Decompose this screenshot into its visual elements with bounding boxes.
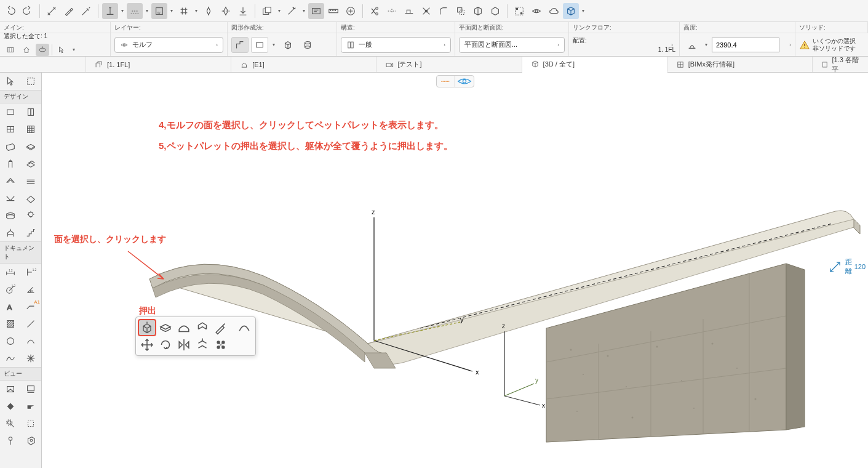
chevron-down-icon[interactable]: ▾ <box>144 3 150 19</box>
plan-section-dropdown[interactable]: 平面図と断面図... › <box>459 37 565 53</box>
arc-tool[interactable] <box>21 333 42 350</box>
chevron-down-icon[interactable]: ▾ <box>271 37 277 53</box>
chevron-down-icon[interactable]: ▾ <box>71 42 77 58</box>
window-tool[interactable] <box>0 121 21 138</box>
curtain-wall-tool[interactable] <box>0 207 21 224</box>
marquee-tool[interactable] <box>21 73 42 90</box>
3d-viewport[interactable]: ┄┄ <box>42 73 868 468</box>
intersect-icon[interactable] <box>418 3 434 19</box>
filter-elements-icon[interactable] <box>4 44 17 56</box>
chevron-down-icon[interactable]: ▾ <box>580 3 586 19</box>
snap-xy-icon[interactable]: xy <box>151 3 167 19</box>
parallel-snap-icon[interactable] <box>127 3 143 19</box>
geometry-box-icon[interactable] <box>279 37 297 53</box>
suspend-group-icon[interactable] <box>259 3 275 19</box>
shell-layer-tool[interactable] <box>21 172 42 190</box>
column-tool[interactable] <box>21 121 42 138</box>
pet-curve-button[interactable] <box>236 320 253 336</box>
chevron-down-icon[interactable]: ▾ <box>301 3 307 19</box>
circle-tool[interactable] <box>0 333 21 350</box>
element-info-icon[interactable] <box>343 3 359 19</box>
undo-button[interactable] <box>2 3 18 19</box>
syringe-icon[interactable] <box>78 3 94 19</box>
adjust-icon[interactable] <box>401 3 417 19</box>
chevron-right-icon[interactable]: › <box>671 42 673 48</box>
snap-guide-icon[interactable] <box>218 3 234 19</box>
stair-tool[interactable] <box>21 224 42 241</box>
gravity-icon[interactable] <box>235 3 251 19</box>
interior-elev-tool[interactable] <box>0 398 21 415</box>
trim-icon[interactable] <box>367 3 383 19</box>
geometry-revolve-icon[interactable] <box>299 37 316 53</box>
change-tool[interactable] <box>21 415 42 432</box>
chevron-down-icon[interactable]: ▾ <box>276 3 282 19</box>
object-tool[interactable] <box>0 224 21 241</box>
snap-point-icon[interactable] <box>201 3 217 19</box>
angle-dim-tool[interactable]: α <box>21 281 42 298</box>
radial-dim-tool[interactable]: 1.2 <box>0 281 21 298</box>
chevron-down-icon[interactable]: ▾ <box>169 3 175 19</box>
layer-dropdown[interactable]: モルフ › <box>114 37 223 53</box>
pet-bulge-button[interactable] <box>175 320 193 336</box>
altitude-input[interactable] <box>712 38 779 52</box>
chevron-down-icon[interactable]: ▾ <box>703 37 709 53</box>
chevron-down-icon[interactable]: ▾ <box>119 3 125 19</box>
magic-wand-icon[interactable] <box>284 3 300 19</box>
favorites-icon[interactable] <box>308 3 324 19</box>
view-toggle-dashed-icon[interactable]: ┄┄ <box>437 76 455 87</box>
pet-extrude-button[interactable] <box>138 320 156 336</box>
redo-button[interactable] <box>20 3 36 19</box>
tab-elevation[interactable]: [E1] <box>231 57 376 72</box>
spline-tool[interactable] <box>0 350 21 367</box>
pet-offset-face-button[interactable] <box>194 320 211 336</box>
offset-edge-icon[interactable] <box>470 3 486 19</box>
skylight-tool[interactable] <box>21 190 42 207</box>
column-2-tool[interactable] <box>0 155 21 172</box>
pet-multiply-button[interactable] <box>212 337 229 353</box>
worksheet-tool[interactable] <box>21 398 42 415</box>
pet-rotate-button[interactable] <box>157 337 174 353</box>
tab-sheet[interactable]: [1.3 各階平 <box>813 57 868 72</box>
chevron-down-icon[interactable]: ▾ <box>193 3 199 19</box>
lamp-tool[interactable] <box>21 207 42 224</box>
dimension-tool[interactable]: 1.2 <box>0 264 21 281</box>
roof-tool[interactable] <box>0 172 21 190</box>
pet-push-pull-button[interactable] <box>157 320 174 336</box>
tab-test[interactable]: [テスト] <box>376 57 522 72</box>
view-toggle-eye-icon[interactable] <box>455 76 474 87</box>
cloud-icon[interactable] <box>546 3 562 19</box>
fill-tool[interactable] <box>0 315 21 333</box>
tab-3d-all[interactable]: [3D / 全て] <box>522 57 667 73</box>
pet-elevate-button[interactable] <box>194 337 211 353</box>
line-tool[interactable] <box>21 315 42 333</box>
edit-selection-icon[interactable] <box>511 3 527 19</box>
tab-floorplan[interactable]: [1. 1FL] <box>86 57 231 72</box>
arrow-tool[interactable] <box>0 73 21 90</box>
beam-tool[interactable] <box>0 138 21 155</box>
grid-snap-icon[interactable] <box>176 3 192 19</box>
camera-3d-tool[interactable] <box>21 432 42 450</box>
pet-mirror-button[interactable] <box>175 337 193 353</box>
geometry-method-1[interactable] <box>231 37 249 53</box>
wall-tool[interactable] <box>0 103 21 121</box>
eyedropper-icon[interactable] <box>61 3 77 19</box>
elevation-mark-tool[interactable] <box>21 381 42 398</box>
text-tool[interactable]: A <box>0 298 21 315</box>
section-tool[interactable] <box>0 381 21 398</box>
detail-tool[interactable] <box>0 415 21 432</box>
label-tool[interactable]: A1 <box>21 298 42 315</box>
slab-tool[interactable] <box>21 138 42 155</box>
chevron-right-icon[interactable]: › <box>789 42 791 48</box>
split-icon[interactable] <box>384 3 400 19</box>
z-lock-icon[interactable] <box>36 44 49 56</box>
geometry-method-2[interactable] <box>251 37 268 53</box>
home-story-icon[interactable] <box>20 44 33 56</box>
pet-move-button[interactable] <box>138 337 156 353</box>
level-dim-tool[interactable]: 1.2 <box>21 264 42 281</box>
measure-distance-icon[interactable] <box>44 3 60 19</box>
perpendicular-icon[interactable] <box>102 3 118 19</box>
grid-element-tool[interactable] <box>0 432 21 450</box>
arrow-select-icon[interactable] <box>55 44 68 56</box>
structure-dropdown[interactable]: 一般 › <box>341 37 451 53</box>
shell-ruled-tool[interactable] <box>0 190 21 207</box>
